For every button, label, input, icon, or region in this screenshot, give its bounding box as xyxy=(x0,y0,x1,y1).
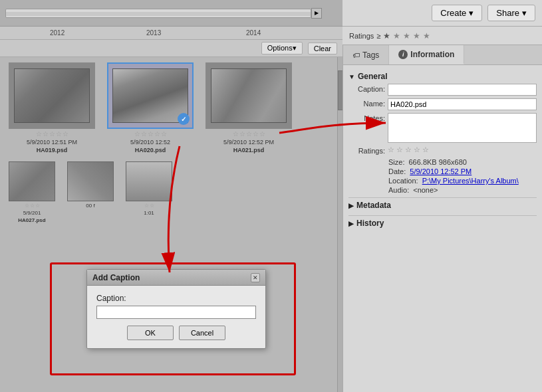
timeline-arrow-right[interactable]: ▶ xyxy=(311,8,322,19)
grid-scrollbar[interactable] xyxy=(337,57,342,392)
photo-image-ha021 xyxy=(211,68,286,123)
dialog-buttons: OK Cancel xyxy=(96,326,256,340)
history-arrow: ▶ xyxy=(348,220,354,227)
size-row: Size: 666.8KB 986x680 xyxy=(348,157,537,167)
panel-tabs: 🏷 Tags i Information xyxy=(343,45,542,65)
date-value: 5/9/2010 12:52 PM xyxy=(410,167,472,175)
dialog-body: Caption: OK Cancel xyxy=(87,286,265,348)
cancel-label: Cancel xyxy=(191,329,213,337)
photo-row-2: ☆☆☆ 5/9/201 HA027.psd 00 f ☆☆ 1:01 xyxy=(0,159,342,226)
photo-item-ha019[interactable]: ☆☆☆☆☆ 5/9/2010 12:51 PM HA019.psd xyxy=(5,62,98,153)
timeline-slider[interactable] xyxy=(5,9,311,18)
general-arrow: ▼ xyxy=(348,73,355,80)
history-title: History xyxy=(356,219,384,228)
tab-information-label: Information xyxy=(410,50,454,59)
share-button[interactable]: Share ▾ xyxy=(487,5,535,21)
ratings-bar: Ratings ≥ ★ ★ ★ ★ ★ xyxy=(342,27,542,45)
ratings-label: Ratings xyxy=(349,32,374,40)
year-2014: 2014 xyxy=(246,29,261,37)
photo-date-ha020: 5/9/2010 12:52 xyxy=(130,139,170,146)
year-labels: 2012 2013 2014 xyxy=(0,27,342,40)
photo-item-p2[interactable]: 00 f xyxy=(64,161,117,209)
options-label: Options▾ xyxy=(267,44,297,52)
star-5[interactable]: ★ xyxy=(423,31,430,41)
photo-item-ha021[interactable]: ☆☆☆☆☆ 5/9/2010 12:52 PM HA021.psd xyxy=(202,62,295,153)
options-button[interactable]: Options▾ xyxy=(261,42,303,54)
timeline-slider-inner xyxy=(6,12,311,16)
dialog-title: Add Caption xyxy=(92,273,140,282)
name-input[interactable] xyxy=(388,98,537,110)
history-section-header[interactable]: ▶ History xyxy=(348,215,537,231)
photo-stars-ha021: ☆☆☆☆☆ xyxy=(233,130,265,138)
dialog-title-bar: Add Caption ✕ xyxy=(87,270,265,286)
location-value[interactable]: P:\My Pictures\Harry's Album\ xyxy=(422,177,519,185)
photo-item-p3[interactable]: ☆☆ 1:01 xyxy=(122,161,176,216)
name-label: Name: xyxy=(348,98,385,108)
star-4[interactable]: ★ xyxy=(413,31,420,41)
date-label: Date: xyxy=(388,167,406,175)
caption-input[interactable] xyxy=(388,84,537,96)
photo-checkmark-ha020: ✓ xyxy=(178,113,190,125)
create-button[interactable]: Create ▾ xyxy=(432,5,482,21)
audio-row: Audio: <none> xyxy=(348,185,537,195)
photo-thumb-ha021[interactable] xyxy=(205,62,292,129)
photo-name-ha020: HA020.psd xyxy=(135,147,166,153)
right-panel: 🏷 Tags i Information ▼ General Caption: … xyxy=(342,45,542,392)
metadata-title: Metadata xyxy=(356,201,391,210)
metadata-section-header[interactable]: ▶ Metadata xyxy=(348,197,537,213)
location-label: Location: xyxy=(388,177,418,185)
photo-name-ha019: HA019.psd xyxy=(37,147,68,153)
dialog-ok-button[interactable]: OK xyxy=(127,326,174,340)
tab-information[interactable]: i Information xyxy=(389,45,464,64)
top-toolbar: Create ▾ Share ▾ xyxy=(342,0,542,27)
tab-tags[interactable]: 🏷 Tags xyxy=(343,45,389,64)
tags-icon: 🏷 xyxy=(352,51,360,59)
photo-name-ha021: HA021.psd xyxy=(233,147,265,153)
photo-date-ha027: 5/9/201 xyxy=(23,210,41,216)
photo-item-ha020[interactable]: ✓ ☆☆☆☆☆ 5/9/2010 12:52 HA020.psd xyxy=(104,62,197,153)
dialog-caption-input[interactable] xyxy=(96,306,256,319)
photo-name-ha027: HA027.psd xyxy=(18,217,45,223)
photo-image-ha019 xyxy=(14,68,89,123)
photo-thumb-ha020[interactable]: ✓ xyxy=(107,62,194,129)
photo-thumb-ha019[interactable] xyxy=(9,62,95,129)
general-title: General xyxy=(358,72,388,81)
timeline-area: ▶ xyxy=(0,0,342,27)
photo-thumb-ha027[interactable] xyxy=(9,161,55,201)
star-1[interactable]: ★ xyxy=(383,31,390,41)
star-3[interactable]: ★ xyxy=(403,31,410,41)
notes-label: Notes: xyxy=(348,113,385,122)
create-dropdown-icon: ▾ xyxy=(469,8,474,18)
name-field-row: Name: xyxy=(348,98,537,110)
star-2[interactable]: ★ xyxy=(393,31,400,41)
audio-label: Audio: xyxy=(388,186,409,194)
ratings-operator: ≥ xyxy=(376,32,380,40)
caption-field-row: Caption: xyxy=(348,84,537,96)
tab-tags-label: Tags xyxy=(362,50,379,60)
dialog-caption-label: Caption: xyxy=(96,294,256,303)
photo-stars-ha019: ☆☆☆☆☆ xyxy=(36,130,68,138)
ratings-info-label: Ratings: xyxy=(348,146,385,155)
dialog-cancel-button[interactable]: Cancel xyxy=(179,326,225,340)
notes-input[interactable] xyxy=(388,113,537,143)
photo-stars-p3: ☆☆ xyxy=(144,203,154,209)
ratings-info-stars[interactable]: ☆ ☆ ☆ ☆ ☆ xyxy=(388,146,429,154)
general-section-header[interactable]: ▼ General xyxy=(348,69,537,84)
date-row: Date: 5/9/2010 12:52 PM xyxy=(348,167,537,176)
info-icon: i xyxy=(398,50,408,59)
size-value: 666.8KB 986x680 xyxy=(408,158,466,166)
clear-button[interactable]: Clear xyxy=(308,43,337,54)
photo-thumb-p3[interactable] xyxy=(126,161,172,201)
options-bar: Options▾ Clear xyxy=(0,40,342,57)
photo-date-ha021: 5/9/2010 12:52 PM xyxy=(223,139,274,146)
size-label: Size: xyxy=(388,158,404,166)
photo-date-p2: 00 f xyxy=(86,203,94,209)
clear-label: Clear xyxy=(314,45,331,52)
photo-item-ha027[interactable]: ☆☆☆ 5/9/201 HA027.psd xyxy=(5,161,59,223)
photo-date-ha019: 5/9/2010 12:51 PM xyxy=(27,139,77,146)
dialog-close-button[interactable]: ✕ xyxy=(251,273,260,282)
notes-field-row: Notes: xyxy=(348,113,537,143)
photo-thumb-p2[interactable] xyxy=(67,161,114,201)
create-label: Create xyxy=(440,8,466,18)
location-row: Location: P:\My Pictures\Harry's Album\ xyxy=(348,176,537,185)
